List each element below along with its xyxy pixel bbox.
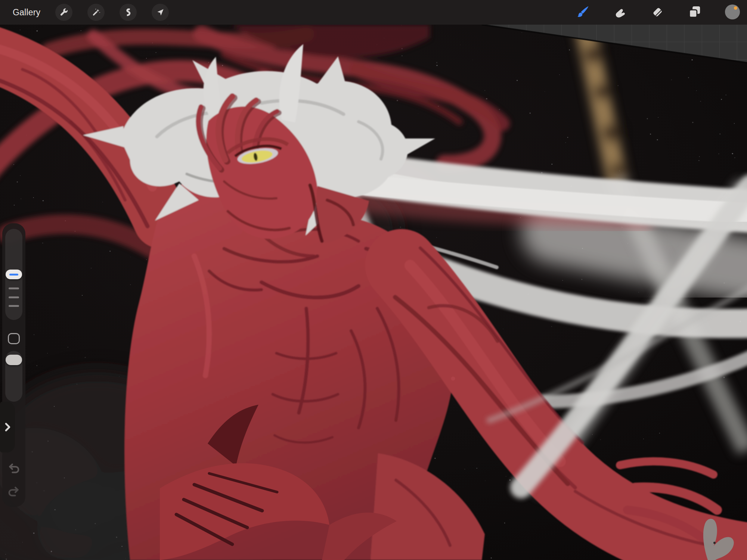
size-preset-tick (9, 305, 19, 307)
brush-size-accent-bar (9, 274, 18, 276)
size-preset-tick (9, 296, 19, 298)
layers-icon (687, 4, 702, 19)
adjustments-button[interactable] (87, 4, 105, 21)
sidebar-detach-handle[interactable] (0, 402, 15, 452)
brush-sidebar (2, 223, 25, 507)
modify-button[interactable] (8, 333, 20, 344)
layers-button[interactable] (687, 4, 702, 21)
color-button[interactable] (725, 4, 740, 21)
canvas-viewport[interactable] (0, 25, 747, 560)
smudge-tool-button[interactable] (613, 4, 627, 21)
toolbar-left-group: Gallery (0, 4, 169, 21)
undo-icon (6, 461, 21, 476)
magic-wand-icon (91, 7, 101, 17)
brush-icon (575, 4, 590, 19)
artwork-canvas (0, 25, 747, 560)
selection-s-icon (123, 7, 133, 17)
toolbar-right-group (575, 4, 747, 21)
gallery-button[interactable]: Gallery (13, 7, 40, 18)
paint-tool-button[interactable] (575, 4, 590, 21)
redo-button[interactable] (6, 485, 21, 500)
transform-arrow-icon (155, 7, 165, 17)
eraser-icon (650, 4, 665, 19)
size-preset-tick (9, 287, 19, 289)
transform-button[interactable] (152, 4, 169, 21)
wrench-icon (59, 7, 69, 17)
brush-size-slider-thumb[interactable] (6, 270, 22, 279)
redo-icon (6, 485, 21, 500)
actions-button[interactable] (55, 4, 72, 21)
chevron-right-icon (2, 421, 13, 433)
brush-opacity-slider-thumb[interactable] (6, 355, 22, 365)
selection-button[interactable] (120, 4, 137, 21)
color-swatch-icon (725, 4, 740, 20)
artwork-red-speck (451, 377, 455, 381)
undo-button[interactable] (6, 461, 21, 476)
top-toolbar: Gallery (0, 0, 747, 25)
smudge-icon (613, 4, 627, 19)
eraser-tool-button[interactable] (650, 4, 665, 21)
